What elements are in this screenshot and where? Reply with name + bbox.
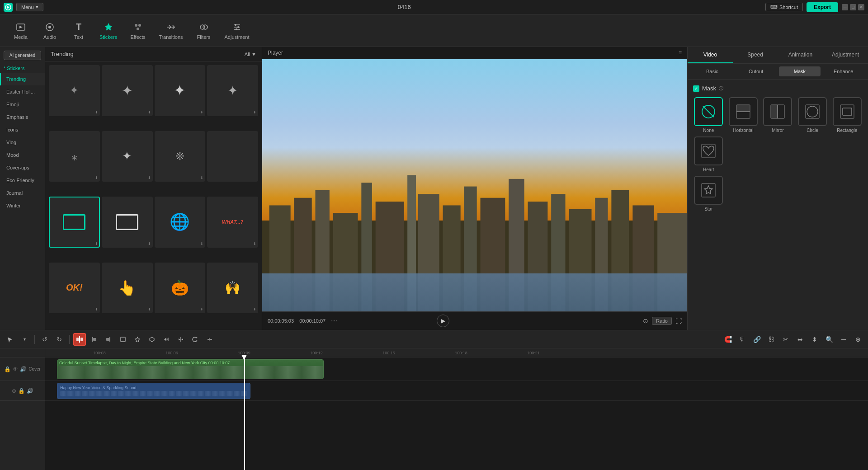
stickers-section-label: * Stickers xyxy=(0,64,45,73)
nav-emoji[interactable]: Emoji xyxy=(0,98,45,111)
undo-button[interactable]: ↺ xyxy=(38,333,51,346)
subtab-mask[interactable]: Mask xyxy=(779,66,821,76)
subtab-basic[interactable]: Basic xyxy=(691,66,733,76)
nav-vlog[interactable]: Vlog xyxy=(0,136,45,149)
trim-end-button[interactable] xyxy=(102,333,115,346)
track-visibility-button[interactable]: 👁 xyxy=(13,366,18,372)
sticker-item-selected[interactable]: ⬇ xyxy=(49,197,100,248)
mirror-button[interactable] xyxy=(175,333,187,346)
zoom-slider-button[interactable]: ─ xyxy=(837,333,850,346)
mask-rectangle[interactable]: Rectangle xyxy=(831,97,863,133)
nav-emphasis[interactable]: Emphasis xyxy=(0,111,45,123)
audio-track-add-button[interactable]: ⊕ xyxy=(12,388,16,394)
mark-out-button[interactable]: ⬍ xyxy=(808,333,821,346)
redo-button[interactable]: ↺ xyxy=(53,333,66,346)
link-button[interactable]: 🔗 xyxy=(750,333,763,346)
sticker-item-pumpkin[interactable]: 🎃 ⬇ xyxy=(155,263,206,314)
subtab-cutout[interactable]: Cutout xyxy=(735,66,777,76)
select-mode-button[interactable]: ▾ xyxy=(18,333,31,346)
export-button[interactable]: Export xyxy=(807,2,838,12)
mark-in-button[interactable]: ⬌ xyxy=(794,333,807,346)
mask-horizontal[interactable]: Horizontal xyxy=(728,97,759,133)
sticker-item[interactable]: ✦ ⬇ xyxy=(102,65,153,116)
sticker-panel-header: Trending All ▼ xyxy=(45,47,262,61)
sticker-item-ok[interactable]: OK! ⬇ xyxy=(49,263,100,314)
freeze-button[interactable] xyxy=(146,333,158,346)
sticker-item[interactable]: ✦ ⬇ xyxy=(155,65,206,116)
nav-easter[interactable]: Easter Holi... xyxy=(0,85,45,98)
mask-star[interactable]: Star xyxy=(693,176,724,212)
close-button[interactable]: ✕ xyxy=(858,4,864,10)
track-lock-button[interactable]: 🔒 xyxy=(4,366,11,372)
add-button[interactable]: ⊕ xyxy=(852,333,864,346)
audio-track-lock-button[interactable]: 🔒 xyxy=(18,388,25,394)
sticker-item[interactable]: ✦ ⬇ xyxy=(207,65,258,116)
nav-eco[interactable]: Eco-Friendly xyxy=(0,174,45,187)
tool-text[interactable]: T Text xyxy=(65,18,92,43)
tool-effects[interactable]: Effects xyxy=(124,18,151,43)
mask-mirror[interactable]: Mirror xyxy=(762,97,793,133)
rotate-button[interactable] xyxy=(189,333,202,346)
nav-winter[interactable]: Winter xyxy=(0,199,45,212)
play-button[interactable]: ▶ xyxy=(437,315,449,327)
tab-animation[interactable]: Animation xyxy=(778,47,823,63)
split-button[interactable] xyxy=(73,333,86,346)
mask-none[interactable]: None xyxy=(693,97,724,133)
nav-icons[interactable]: Icons xyxy=(0,123,45,136)
flip-button[interactable] xyxy=(203,333,216,346)
sticker-item[interactable] xyxy=(207,131,258,182)
player-video xyxy=(262,59,687,311)
zoom-out-button[interactable]: 🔍 xyxy=(823,333,835,346)
tool-media[interactable]: Media xyxy=(7,18,34,43)
fullscreen-button[interactable]: ⛶ xyxy=(675,317,682,324)
mic-button[interactable]: 🎙 xyxy=(736,333,749,346)
nav-trending[interactable]: Trending xyxy=(0,73,45,85)
subtab-enhance[interactable]: Enhance xyxy=(822,66,864,76)
tool-adjustment[interactable]: Adjustment xyxy=(219,18,255,43)
crop-button[interactable] xyxy=(117,333,129,346)
select-tool-button[interactable] xyxy=(4,333,16,346)
mask-heart[interactable]: Heart xyxy=(693,136,724,172)
zoom-fit-button[interactable]: ⊙ xyxy=(643,317,648,324)
nav-cover-ups[interactable]: Cover-ups xyxy=(0,161,45,174)
magnet-button[interactable]: 🧲 xyxy=(722,333,734,346)
tool-filters[interactable]: Filters xyxy=(190,18,217,43)
sticker-item[interactable]: ✦ ⬇ xyxy=(49,65,100,116)
speed-button[interactable] xyxy=(160,333,173,346)
sticker-item[interactable]: ✦ ⬇ xyxy=(102,131,153,182)
audio-track-volume-button[interactable]: 🔊 xyxy=(27,388,33,394)
shortcut-button[interactable]: ⌨ Shortcut xyxy=(765,3,803,11)
ai-generated-button[interactable]: AI generated xyxy=(4,51,41,60)
sticker-item[interactable]: ⬇ xyxy=(102,197,153,248)
sticker-item[interactable]: ⁎ ⬇ xyxy=(49,131,100,182)
stickers-icon xyxy=(103,22,114,33)
tool-audio[interactable]: Audio xyxy=(36,18,63,43)
tool-transitions[interactable]: Transitions xyxy=(153,18,188,43)
player-more-button[interactable]: ≡ xyxy=(679,50,682,56)
tool-stickers[interactable]: Stickers xyxy=(94,18,123,43)
tab-speed[interactable]: Speed xyxy=(733,47,778,63)
tab-video[interactable]: Video xyxy=(688,47,733,63)
nav-mood[interactable]: Mood xyxy=(0,149,45,161)
menu-button[interactable]: Menu ▾ xyxy=(16,3,43,11)
minimize-button[interactable]: ─ xyxy=(842,4,848,10)
track-volume-button[interactable]: 🔊 xyxy=(20,366,27,372)
sticker-item[interactable]: ❊ ⬇ xyxy=(155,131,206,182)
cut-button[interactable]: ✂ xyxy=(779,333,792,346)
mask-tool-button[interactable] xyxy=(131,333,144,346)
mask-circle[interactable]: Circle xyxy=(797,97,828,133)
sticker-item-hand[interactable]: 👆 ⬇ xyxy=(102,263,153,314)
nav-journal[interactable]: Journal xyxy=(0,187,45,199)
trim-start-button[interactable] xyxy=(88,333,100,346)
video-clip[interactable]: Colorful Sunset Timelapse, Day to Night,… xyxy=(57,359,324,379)
ratio-button[interactable]: Ratio xyxy=(652,317,672,325)
sticker-item-what[interactable]: WHAT...? ⬇ xyxy=(207,197,258,248)
all-filter-button[interactable]: All ▼ xyxy=(245,52,256,57)
sticker-item-globe[interactable]: 🌐 ⬇ xyxy=(155,197,206,248)
unlink-button[interactable]: ⛓ xyxy=(765,333,778,346)
sticker-item-hands[interactable]: 🙌 ⬇ xyxy=(207,263,258,314)
tab-adjustment[interactable]: Adjustment xyxy=(823,47,868,63)
audio-clip[interactable]: Happy New Year Voice & Sparkling Sound xyxy=(57,383,250,399)
mask-checkbox[interactable]: ✓ xyxy=(693,85,699,92)
maximize-button[interactable]: □ xyxy=(850,4,856,10)
